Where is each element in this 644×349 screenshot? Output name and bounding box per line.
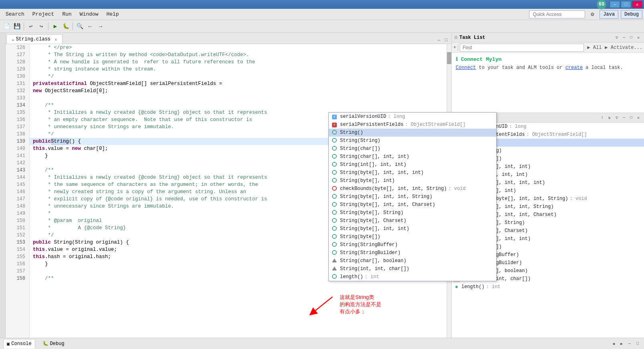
menu-search[interactable]: Search (2, 10, 28, 19)
java-perspective-button[interactable]: Java (600, 10, 618, 19)
popup-item[interactable]: String(byte[], int, int, Charset) (329, 201, 496, 209)
popup-item[interactable]: String(byte[], String) (329, 209, 496, 217)
create-task-link[interactable]: create (566, 65, 583, 71)
popup-item[interactable]: fserialVersionUID: long (329, 113, 496, 121)
toolbar-run-icon[interactable]: ▶ (50, 22, 60, 31)
toolbar-undo-icon[interactable]: ↩ (26, 22, 36, 31)
code-line[interactable]: * A new handle is generated to refer to … (30, 59, 447, 66)
popup-item-label: String(int[], int, int) (340, 162, 407, 167)
popup-item-detail: : void (448, 186, 465, 192)
popup-item[interactable]: checkBounds(byte[], int, int, String): v… (329, 185, 496, 193)
debug-tab[interactable]: 🐛 Debug (39, 339, 68, 348)
popup-item-icon (332, 138, 337, 144)
minimize-editor-button[interactable]: — (435, 36, 443, 44)
task-panel-close-icon[interactable]: ✕ (635, 34, 642, 41)
popup-item[interactable]: String(byte[], int, int, int) (329, 169, 496, 177)
new-task-icon[interactable]: + (453, 45, 456, 50)
bottom-maximize[interactable]: □ (634, 341, 641, 347)
toolbar-debug-icon[interactable]: 🐛 (61, 22, 70, 31)
popup-item[interactable]: String(StringBuffer) (329, 241, 496, 249)
outline-item-detail: : void (570, 196, 587, 202)
popup-item[interactable]: fserialPersistentFields: ObjectStreamFie… (329, 121, 496, 129)
task-list-icon: ☰ (454, 35, 458, 40)
editor-tab-string[interactable]: ☕ String.class ✕ (6, 34, 62, 44)
popup-item-icon (332, 202, 337, 208)
toolbar-nav-fwd-icon[interactable]: → (96, 22, 105, 31)
popup-item[interactable]: String(int[], int, int) (329, 161, 496, 169)
popup-item[interactable]: String(StringBuilder) (329, 249, 496, 257)
task-panel-minimize-icon[interactable]: — (621, 34, 627, 41)
toolbar-nav-back-icon[interactable]: ← (85, 22, 95, 31)
outline-minimize-icon[interactable]: — (621, 115, 627, 121)
maximize-button[interactable]: □ (621, 1, 631, 8)
popup-item[interactable]: String(byte[], int) (329, 177, 496, 185)
outline-panel-menu-icon[interactable]: ▽ (614, 115, 620, 121)
code-line[interactable]: new ObjectStreamField[0]; (30, 87, 447, 95)
close-button[interactable]: ✕ (632, 1, 642, 8)
toolbar-redo-icon[interactable]: ↪ (36, 22, 46, 31)
connect-mylyn-title: ℹ Connect Mylyn (456, 56, 640, 63)
popup-item-label: String(byte[], int, int, String) (340, 194, 432, 200)
connect-link[interactable]: Connect (456, 65, 476, 71)
task-search-input[interactable] (460, 44, 584, 52)
popup-item[interactable]: String(String) (329, 137, 496, 145)
annotation-container: 这就是String类的构造方法是不是有点小多； (304, 293, 383, 317)
menu-window[interactable]: Window (76, 10, 103, 19)
popup-item-label: serialVersionUID (340, 114, 386, 119)
toolbar-new-icon[interactable]: 📄 (2, 22, 11, 31)
quick-access-area: ⚙ Java Debug (529, 10, 642, 19)
popup-item[interactable]: String() (329, 129, 496, 137)
maximize-editor-button[interactable]: □ (443, 36, 450, 44)
outline-item-detail: : ObjectStreamField[] (526, 132, 587, 137)
popup-item[interactable]: String(int, int, char[]) (329, 265, 496, 273)
popup-item[interactable]: String(byte[], int, int, String) (329, 193, 496, 201)
bottom-scroll-right[interactable]: ▶ (618, 341, 625, 347)
outline-item[interactable]: ●length(): int (452, 283, 644, 291)
popup-item[interactable]: String(byte[], int, int) (329, 225, 496, 233)
code-line[interactable]: * string instance within the stream. (30, 66, 447, 73)
task-filter-all[interactable]: ▶ All (587, 44, 602, 50)
tab-close-icon[interactable]: ✕ (54, 37, 57, 42)
popup-item[interactable]: String(char[]) (329, 145, 496, 153)
outline-collapse-icon[interactable]: ↕ (599, 115, 606, 121)
task-toolbar-sep (458, 44, 458, 51)
toolbar-save-icon[interactable]: 💾 (12, 22, 22, 31)
toolbar-search-icon[interactable]: 🔍 (75, 22, 85, 31)
debug-perspective-button[interactable]: Debug (621, 10, 642, 19)
outline-close-icon[interactable]: ✕ (635, 115, 642, 121)
popup-item[interactable]: length(): int (329, 273, 496, 281)
quick-access-input[interactable] (529, 10, 585, 18)
console-tab[interactable]: ▣ Console (3, 339, 35, 349)
task-filter-activate[interactable]: ▶ Activate... (605, 44, 642, 50)
annotation-text: 这就是String类的构造方法是不是有点小多； (338, 293, 383, 316)
popup-item[interactable]: String(byte[]) (329, 233, 496, 241)
menu-help[interactable]: Help (103, 10, 123, 19)
connect-mylyn-text: Connect to your task and ALM tools or cr… (456, 64, 640, 72)
bottom-scroll-left[interactable]: ◀ (610, 341, 617, 347)
popup-item-label: String(byte[], String) (340, 210, 403, 216)
line-number: 147 (7, 196, 28, 203)
toolbar-settings-icon[interactable]: ⚙ (588, 10, 597, 19)
menu-project[interactable]: Project (28, 10, 58, 19)
code-line[interactable]: * </pre> (30, 44, 447, 51)
task-panel-menu-icon[interactable]: ▽ (614, 34, 620, 41)
line-number: 142 (7, 159, 28, 167)
outline-sort-icon[interactable]: ⇅ (606, 115, 613, 121)
menu-run[interactable]: Run (58, 10, 75, 19)
task-panel-maximize-icon[interactable]: □ (628, 34, 634, 41)
popup-item-label: serialPersistentFields (340, 122, 403, 127)
popup-item[interactable]: String(char[], int, int) (329, 153, 496, 161)
popup-item[interactable]: String(byte[], Charset) (329, 217, 496, 225)
toolbar-sep-3 (72, 22, 73, 30)
code-line[interactable]: */ (30, 73, 447, 80)
bottom-controls: ◀ ▶ — □ (610, 341, 641, 347)
code-line[interactable]: private static final ObjectStreamField[]… (30, 80, 447, 87)
minimize-button[interactable]: — (610, 1, 620, 8)
code-line[interactable]: * The String is written by method <code>… (30, 51, 447, 59)
outline-maximize-icon[interactable]: □ (628, 115, 634, 121)
code-line[interactable] (30, 95, 447, 102)
code-line[interactable]: /** (30, 102, 447, 109)
bottom-minimize[interactable]: — (626, 341, 633, 347)
popup-item-icon (332, 170, 337, 176)
popup-item[interactable]: String(char[], boolean) (329, 257, 496, 265)
